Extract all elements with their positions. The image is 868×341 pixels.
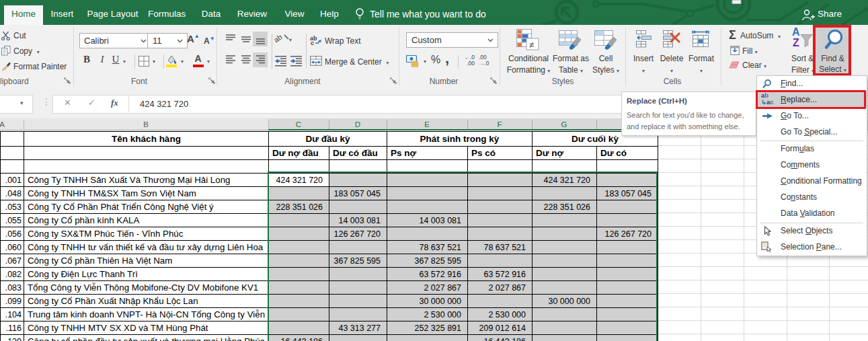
svg-text:≠: ≠ — [529, 40, 534, 50]
svg-text:c: c — [311, 40, 314, 46]
svg-text:ab: ab — [272, 33, 284, 44]
